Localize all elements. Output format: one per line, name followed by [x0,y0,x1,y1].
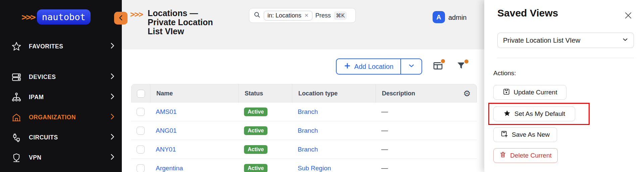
description-value: — [381,164,388,172]
description-value: — [381,127,388,134]
page-title: Locations — Private Location List VIew [148,9,213,36]
status-badge[interactable]: Active [244,108,267,116]
sidebar-collapse-button[interactable] [114,12,128,25]
sidebar-item-organization[interactable]: ORGANIZATION [0,109,122,126]
table-row: AMS01 Active Branch — [131,102,477,121]
cable-icon [10,131,23,144]
add-location-split-button: Add Location [336,58,422,75]
page-title-line-3: List VIew [148,27,213,36]
chevron-down-icon [408,62,415,71]
locations-table: Name Status Location type Description ⚙ … [131,84,477,172]
chevron-right-icon [111,73,114,81]
update-current-label: Update Current [514,89,557,96]
table-row: ANG01 Active Branch — [131,121,477,140]
sidebar-item-ipam[interactable]: IPAM [0,89,122,105]
building-icon [10,111,23,124]
saved-view-select[interactable]: Private Location List VIew [497,33,634,48]
location-type-link[interactable]: Branch [298,127,318,134]
add-location-button[interactable]: Add Location [337,59,401,74]
table-columns-button[interactable] [432,60,444,72]
column-header-description[interactable]: Description [376,84,457,103]
search-hint-text: Press [315,12,331,19]
avatar[interactable]: A [433,11,445,23]
row-checkbox[interactable] [137,164,145,172]
location-type-link[interactable]: Branch [298,108,318,115]
logo-chevrons-icon: >>> [21,12,35,22]
status-badge[interactable]: Active [244,145,267,154]
app-window: >>> nautobot FAVORITES DEVICES [0,0,644,172]
sidebar-item-favorites[interactable]: FAVORITES [0,38,122,55]
global-search-input[interactable]: in: Locations ✕ Press ⌘K [249,8,356,23]
sidebar-item-label: ORGANIZATION [29,114,105,121]
chevron-right-icon [111,114,114,121]
sidebar-item-devices[interactable]: DEVICES [0,69,122,85]
breadcrumb-chevrons-icon: >>> [130,10,143,19]
location-type-link[interactable]: Branch [298,146,318,153]
save-as-new-button[interactable]: Save As New [493,127,557,142]
row-checkbox[interactable] [137,145,145,154]
status-badge[interactable]: Active [244,164,267,172]
location-name-link[interactable]: ANG01 [156,127,177,134]
description-value: — [381,108,388,115]
status-badge[interactable]: Active [244,126,267,135]
sidebar-item-circuits[interactable]: CIRCUITS [0,129,122,146]
drawer-close-button[interactable] [624,11,633,21]
chevron-right-icon [111,43,114,50]
location-name-link[interactable]: Argentina [156,165,183,172]
sidebar-item-label: VPN [29,154,105,161]
search-chip-label: in: Locations [267,12,301,19]
sidebar-item-vpn[interactable]: VPN [0,149,122,166]
plus-icon [344,62,351,71]
user-menu[interactable]: admin [448,14,466,22]
add-location-label: Add Location [354,63,394,71]
chevron-right-icon [111,93,114,101]
shield-icon [10,151,23,164]
devices-icon [10,71,23,83]
row-checkbox[interactable] [137,127,145,135]
column-header-status[interactable]: Status [238,84,292,103]
nautobot-logo[interactable]: >>> nautobot [21,9,91,25]
drawer-divider [497,58,634,58]
select-all-checkbox[interactable] [137,90,145,98]
location-type-link[interactable]: Sub Region [298,165,331,172]
search-icon [253,11,261,20]
actions-label: Actions: [493,70,516,77]
sidebar-item-label: IPAM [29,94,105,101]
description-value: — [381,145,388,153]
location-name-link[interactable]: ANY01 [156,146,176,153]
page-title-line-1: Locations — [148,9,213,18]
update-current-button[interactable]: Update Current [493,85,566,100]
page-title-line-2: Private Location [148,18,213,27]
filter-funnel-icon [456,66,466,72]
table-row: Argentina Active Sub Region — [131,159,477,172]
chevron-down-icon [622,36,629,44]
table-columns-icon [432,67,444,72]
notification-dot [441,59,445,63]
drawer-title: Saved Views [497,7,558,19]
location-name-link[interactable]: AMS01 [156,108,177,115]
search-filter-chip[interactable]: in: Locations ✕ [264,11,312,20]
sidebar-item-label: DEVICES [29,74,105,81]
saved-view-select-value: Private Location List VIew [503,37,580,44]
logo-wordmark: nautobot [37,9,91,25]
table-settings-gear-icon[interactable]: ⚙ [463,89,470,98]
set-as-my-default-button[interactable]: Set As My Default [493,106,575,121]
column-header-location-type[interactable]: Location type [292,84,376,103]
avatar-letter: A [436,13,441,21]
save-as-new-label: Save As New [512,131,550,138]
chevron-right-icon [111,134,114,141]
close-icon [624,11,633,21]
save-plus-icon [501,130,508,139]
table-header-row: Name Status Location type Description ⚙ [131,84,477,102]
delete-current-button[interactable]: Delete Current [493,148,558,163]
add-location-dropdown-toggle[interactable] [401,59,422,74]
keyboard-shortcut-badge: ⌘K [334,11,347,20]
delete-current-label: Delete Current [510,152,552,159]
star-icon [10,40,23,53]
row-checkbox[interactable] [137,108,145,116]
table-row: ANY01 Active Branch — [131,140,477,159]
sidebar-item-label: FAVORITES [29,43,105,50]
column-header-name[interactable]: Name [150,84,238,103]
filter-button[interactable] [456,61,468,72]
chip-close-icon[interactable]: ✕ [304,12,309,18]
